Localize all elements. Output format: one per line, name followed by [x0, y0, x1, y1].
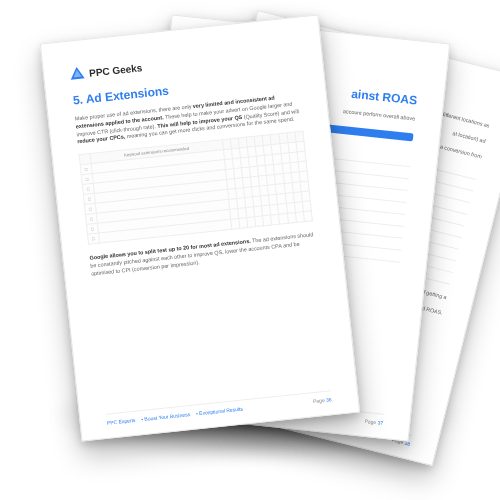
document-fan: PPC Geeks different locations as at loca… [0, 0, 500, 500]
footer-b3: Exceptional Results [199, 406, 243, 417]
footer-b1: PPC Experts [107, 417, 136, 426]
page-no: 37 [377, 419, 383, 426]
page-number: Page 37 [364, 418, 383, 426]
footer-bullets: PPC Experts• Boost Your Business• Except… [107, 405, 250, 426]
footer-b2: Boost Your Business [144, 411, 190, 422]
page-no: 36 [326, 396, 332, 403]
page-front: PPC Geeks 5. Ad Extensions Make proper u… [40, 14, 360, 441]
logo-icon [70, 66, 85, 81]
page-label: Page [313, 397, 327, 404]
page-number: Page 36 [313, 396, 332, 404]
logo-text: PPC Geeks [89, 62, 143, 79]
extensions-table: Keyword extensions recommended □ □ □ □ [79, 131, 313, 245]
